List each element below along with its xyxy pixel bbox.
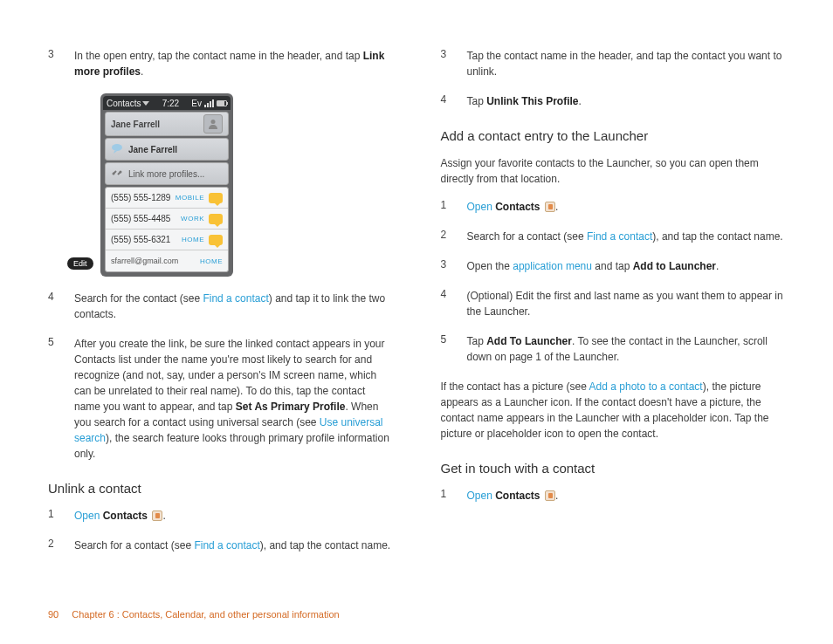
add-photo-link[interactable]: Add a photo to a contact bbox=[589, 380, 703, 393]
link-more-row: Link more profiles... bbox=[105, 162, 229, 185]
step-5: 5 After you create the link, be sure the… bbox=[48, 336, 393, 462]
add-step-4: 4 (Optional) Edit the first and last nam… bbox=[441, 288, 786, 319]
avatar-placeholder-icon bbox=[203, 114, 223, 134]
section-add-launcher: Add a contact entry to the Launcher bbox=[441, 128, 786, 143]
link-icon bbox=[111, 168, 123, 180]
add-step-1: 1 Open Contacts . bbox=[441, 199, 786, 215]
left-column: 3 In the open entry, tap the contact nam… bbox=[48, 48, 393, 567]
find-a-contact-link[interactable]: Find a contact bbox=[194, 539, 259, 552]
chapter-label: Chapter 6 : Contacts, Calendar, and othe… bbox=[72, 609, 339, 620]
add-step-5: 5 Tap Add To Launcher. To see the contac… bbox=[441, 333, 786, 365]
r-step-3: 3 Tap the contact name in the header, an… bbox=[441, 48, 786, 79]
unlink-step-1: 1 Open Contacts . bbox=[48, 508, 393, 524]
svg-point-1 bbox=[112, 144, 122, 151]
add-launcher-note: If the contact has a picture (see Add a … bbox=[441, 379, 786, 442]
find-a-contact-link[interactable]: Find a contact bbox=[587, 230, 652, 243]
section-unlink: Unlink a contact bbox=[48, 481, 393, 496]
phone-statusbar: Contacts 7:22 Ev bbox=[103, 96, 231, 110]
phone-screenshot: Contacts 7:22 Ev Jane Farrell Jane Farre… bbox=[74, 93, 207, 277]
battery-icon bbox=[217, 100, 227, 106]
section-get-in-touch: Get in touch with a contact bbox=[441, 461, 786, 476]
contact-header: Jane Farrell bbox=[105, 112, 229, 136]
signal-icon bbox=[204, 99, 214, 107]
svg-point-0 bbox=[211, 120, 216, 124]
phone-row: (555) 555-4485WORK bbox=[106, 209, 228, 230]
step-4: 4 Search for the contact (see Find a con… bbox=[48, 291, 393, 322]
contacts-app-icon bbox=[152, 510, 162, 521]
chat-icon bbox=[111, 143, 123, 155]
contacts-app-icon bbox=[545, 490, 555, 501]
page-footer: 90 Chapter 6 : Contacts, Calendar, and o… bbox=[48, 609, 340, 620]
phone-row: (555) 555-1289MOBILE bbox=[106, 188, 228, 209]
open-link[interactable]: Open bbox=[467, 201, 492, 213]
sms-icon bbox=[209, 193, 223, 203]
phone-app-label: Contacts bbox=[107, 99, 141, 108]
add-launcher-intro: Assign your favorite contacts to the Lau… bbox=[441, 155, 786, 187]
unlink-step-2: 2 Search for a contact (see Find a conta… bbox=[48, 538, 393, 553]
chevron-down-icon bbox=[142, 101, 149, 106]
svg-point-3 bbox=[120, 171, 122, 174]
git-step-1: 1 Open Contacts . bbox=[441, 488, 786, 504]
edit-badge: Edit bbox=[67, 257, 93, 270]
r-step-4: 4 Tap Unlink This Profile. bbox=[441, 93, 786, 109]
contacts-app-icon bbox=[545, 202, 555, 212]
phone-list: (555) 555-1289MOBILE (555) 555-4485WORK … bbox=[105, 187, 229, 272]
step-3: 3 In the open entry, tap the contact nam… bbox=[48, 48, 393, 79]
sms-icon bbox=[209, 235, 223, 245]
open-link[interactable]: Open bbox=[74, 510, 100, 522]
phone-time: 7:22 bbox=[162, 99, 179, 108]
sms-icon bbox=[209, 214, 223, 224]
add-step-2: 2 Search for a contact (see Find a conta… bbox=[441, 229, 786, 244]
linked-profile-row: Jane Farrell bbox=[105, 138, 229, 161]
email-row: sfarrell@gmail.comHOME bbox=[106, 250, 228, 271]
find-a-contact-link[interactable]: Find a contact bbox=[203, 292, 268, 305]
open-link[interactable]: Open bbox=[467, 490, 492, 502]
page-number: 90 bbox=[48, 609, 59, 620]
phone-row: (555) 555-6321HOME bbox=[106, 230, 228, 250]
add-step-3: 3 Open the application menu and tap Add … bbox=[441, 258, 786, 274]
application-menu-link[interactable]: application menu bbox=[513, 260, 592, 272]
svg-point-2 bbox=[113, 173, 115, 175]
right-column: 3 Tap the contact name in the header, an… bbox=[441, 48, 786, 567]
